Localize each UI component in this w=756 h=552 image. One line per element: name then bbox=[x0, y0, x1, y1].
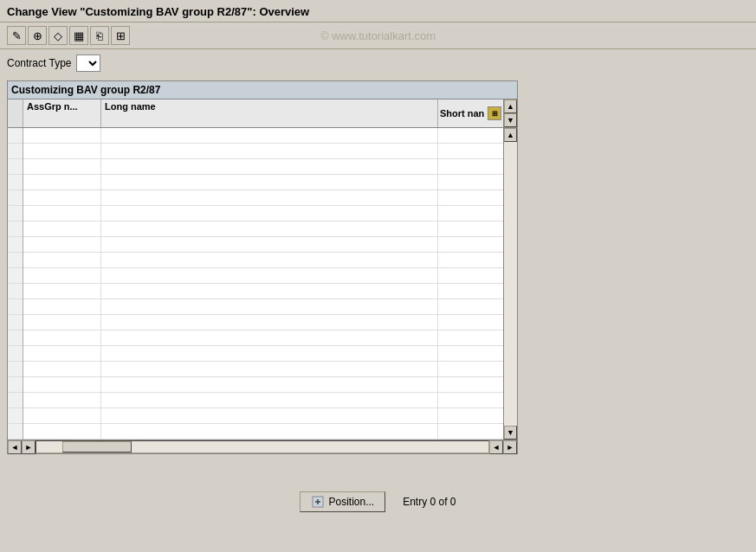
assgrp-cell-7[interactable] bbox=[23, 221, 101, 236]
longname-cell-5[interactable] bbox=[101, 190, 438, 205]
longname-cell-13[interactable] bbox=[101, 315, 438, 330]
row-selector-8[interactable] bbox=[8, 237, 23, 253]
shortname-cell-8[interactable] bbox=[438, 237, 503, 252]
row-selector-15[interactable] bbox=[8, 346, 23, 362]
longname-cell-16[interactable] bbox=[101, 362, 438, 376]
assgrp-cell-1[interactable] bbox=[23, 128, 101, 143]
shortname-cell-14[interactable] bbox=[438, 331, 503, 345]
shortname-cell-3[interactable] bbox=[438, 159, 503, 174]
longname-cell-18[interactable] bbox=[101, 393, 438, 408]
assgrp-cell-15[interactable] bbox=[23, 346, 101, 361]
shortname-cell-2[interactable] bbox=[438, 144, 503, 158]
row-selector-2[interactable] bbox=[8, 144, 23, 159]
assgrp-cell-4[interactable] bbox=[23, 175, 101, 189]
find-button[interactable]: ⊕ bbox=[28, 26, 47, 45]
assgrp-cell-13[interactable] bbox=[23, 315, 101, 330]
scroll-up-button[interactable]: ▲ bbox=[504, 99, 517, 113]
table-row[interactable] bbox=[23, 159, 503, 175]
row-selector-6[interactable] bbox=[8, 206, 23, 221]
row-selector-7[interactable] bbox=[8, 221, 23, 237]
col-shortname-header[interactable]: Short nan ⊞ bbox=[438, 99, 503, 127]
hscroll-right-btn2[interactable]: ► bbox=[22, 440, 36, 454]
longname-cell-4[interactable] bbox=[101, 175, 438, 189]
table-row[interactable] bbox=[23, 393, 503, 408]
table-row[interactable] bbox=[23, 253, 503, 268]
position-button[interactable]: Position... bbox=[300, 491, 385, 512]
longname-cell-9[interactable] bbox=[101, 253, 438, 267]
longname-cell-1[interactable] bbox=[101, 128, 438, 143]
shortname-cell-6[interactable] bbox=[438, 206, 503, 221]
longname-cell-2[interactable] bbox=[101, 144, 438, 158]
scroll-down-button[interactable]: ▼ bbox=[504, 113, 517, 127]
shortname-cell-12[interactable] bbox=[438, 299, 503, 314]
longname-cell-12[interactable] bbox=[101, 299, 438, 314]
vscrollbar-body[interactable]: ▲ ▼ bbox=[503, 128, 517, 440]
hscroll-thumb[interactable] bbox=[62, 441, 132, 453]
row-selector-3[interactable] bbox=[8, 159, 23, 175]
shortname-cell-4[interactable] bbox=[438, 175, 503, 189]
assgrp-cell-3[interactable] bbox=[23, 159, 101, 174]
longname-cell-8[interactable] bbox=[101, 237, 438, 252]
shortname-cell-18[interactable] bbox=[438, 393, 503, 408]
shortname-cell-13[interactable] bbox=[438, 315, 503, 330]
shortname-cell-10[interactable] bbox=[438, 268, 503, 283]
row-selector-5[interactable] bbox=[8, 190, 23, 206]
assgrp-cell-2[interactable] bbox=[23, 144, 101, 158]
assgrp-cell-16[interactable] bbox=[23, 362, 101, 376]
shortname-cell-1[interactable] bbox=[438, 128, 503, 143]
assgrp-cell-11[interactable] bbox=[23, 284, 101, 298]
table-row[interactable] bbox=[23, 237, 503, 253]
table-row[interactable] bbox=[23, 128, 503, 144]
shortname-cell-5[interactable] bbox=[438, 190, 503, 205]
shortname-cell-20[interactable] bbox=[438, 424, 503, 439]
hscroll-right-button2[interactable]: ► bbox=[503, 440, 517, 454]
row-selector-11[interactable] bbox=[8, 284, 23, 299]
table-row[interactable] bbox=[23, 221, 503, 237]
assgrp-cell-8[interactable] bbox=[23, 237, 101, 252]
column-settings-icon[interactable]: ⊞ bbox=[488, 106, 501, 120]
row-selector-12[interactable] bbox=[8, 299, 23, 315]
delete-button[interactable]: ⊞ bbox=[111, 26, 130, 45]
assgrp-cell-12[interactable] bbox=[23, 299, 101, 314]
row-selector-18[interactable] bbox=[8, 393, 23, 408]
longname-cell-14[interactable] bbox=[101, 331, 438, 345]
assgrp-cell-5[interactable] bbox=[23, 190, 101, 205]
assgrp-cell-19[interactable] bbox=[23, 408, 101, 423]
row-selector-10[interactable] bbox=[8, 268, 23, 284]
shortname-cell-11[interactable] bbox=[438, 284, 503, 298]
longname-cell-7[interactable] bbox=[101, 221, 438, 236]
assgrp-cell-6[interactable] bbox=[23, 206, 101, 221]
scroll-body-track[interactable] bbox=[504, 142, 517, 426]
longname-cell-19[interactable] bbox=[101, 408, 438, 423]
hscroll-track[interactable] bbox=[36, 440, 489, 453]
table-row[interactable] bbox=[23, 206, 503, 221]
row-selector-13[interactable] bbox=[8, 315, 23, 331]
row-selector-9[interactable] bbox=[8, 253, 23, 268]
copy-button[interactable]: ⎗ bbox=[90, 26, 109, 45]
longname-cell-17[interactable] bbox=[101, 377, 438, 392]
table-row[interactable] bbox=[23, 362, 503, 377]
shortname-cell-15[interactable] bbox=[438, 346, 503, 361]
table-row[interactable] bbox=[23, 331, 503, 346]
table-row[interactable] bbox=[23, 315, 503, 331]
longname-cell-3[interactable] bbox=[101, 159, 438, 174]
table-button[interactable]: ▦ bbox=[69, 26, 88, 45]
shortname-cell-17[interactable] bbox=[438, 377, 503, 392]
col-assgrp-header[interactable]: AssGrp n... bbox=[23, 99, 101, 127]
row-selector-14[interactable] bbox=[8, 331, 23, 346]
table-row[interactable] bbox=[23, 144, 503, 159]
navigate-button[interactable]: ◇ bbox=[48, 26, 68, 45]
assgrp-cell-20[interactable] bbox=[23, 424, 101, 439]
table-row[interactable] bbox=[23, 190, 503, 206]
scroll-down-body-button[interactable]: ▼ bbox=[504, 426, 517, 440]
longname-cell-6[interactable] bbox=[101, 206, 438, 221]
contract-type-select[interactable] bbox=[76, 55, 100, 72]
assgrp-cell-17[interactable] bbox=[23, 377, 101, 392]
row-selector-20[interactable] bbox=[8, 424, 23, 440]
shortname-cell-9[interactable] bbox=[438, 253, 503, 267]
table-row[interactable] bbox=[23, 377, 503, 393]
table-row[interactable] bbox=[23, 175, 503, 190]
assgrp-cell-9[interactable] bbox=[23, 253, 101, 267]
assgrp-cell-14[interactable] bbox=[23, 331, 101, 345]
assgrp-cell-10[interactable] bbox=[23, 268, 101, 283]
